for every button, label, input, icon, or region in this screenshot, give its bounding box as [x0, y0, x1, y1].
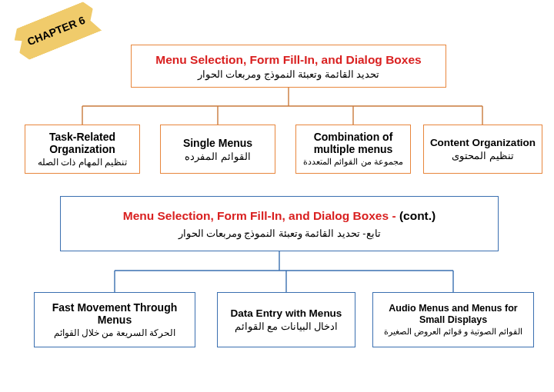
- row1-0-en2: Organization: [49, 143, 115, 155]
- row1-2-ar: مجموعة من القوائم المتعددة: [303, 157, 402, 167]
- top-parent-box: Menu Selection, Form Fill-In, and Dialog…: [131, 45, 446, 88]
- row2-0-ar: الحركة السريعة من خلال القوائم: [54, 327, 175, 338]
- row2-box-audio-menus: Audio Menus and Menus for Small Displays…: [372, 292, 534, 347]
- row2-2-en2: Small Displays: [419, 314, 487, 325]
- top-title-ar: تحديد القائمة وتعبئة النموذج ومربعات الح…: [198, 68, 379, 80]
- row1-1-ar: القوائم المفرده: [185, 151, 250, 162]
- row1-0-en1: Task-Related: [49, 131, 115, 143]
- row2-1-ar: ادخال البيانات مع القوائم: [235, 321, 338, 332]
- mid-title-ar: تابع- تحديد القائمة وتعبئة النموذج ومربع…: [179, 228, 381, 239]
- row1-box-single-menus: Single Menus القوائم المفرده: [160, 125, 275, 174]
- row2-box-fast-movement: Fast Movement Through Menus الحركة السري…: [34, 292, 195, 347]
- row2-0-en1: Fast Movement Through: [52, 301, 178, 314]
- chapter-ribbon: CHAPTER 6: [11, 0, 102, 62]
- mid-title-en: Menu Selection, Form Fill-In, and Dialog…: [123, 209, 399, 222]
- mid-parent-box: Menu Selection, Form Fill-In, and Dialog…: [60, 196, 499, 251]
- row1-2-en2: multiple menus: [314, 144, 393, 155]
- row1-0-ar: تنظيم المهام ذات الصله: [38, 157, 127, 168]
- row1-2-en1: Combination of: [314, 131, 393, 143]
- row2-1-en1: Data Entry with Menus: [231, 307, 342, 319]
- top-title-en: Menu Selection, Form Fill-In, and Dialog…: [155, 53, 421, 67]
- row2-box-data-entry: Data Entry with Menus ادخال البيانات مع …: [217, 292, 355, 347]
- row1-1-en1: Single Menus: [183, 137, 252, 149]
- row1-box-task-related: Task-Related Organization تنظيم المهام ذ…: [25, 125, 140, 174]
- mid-title-line: Menu Selection, Form Fill-In, and Dialog…: [123, 209, 436, 223]
- row2-2-ar: القوائم الصوتية و قوائم العروض الصغيرة: [384, 327, 522, 337]
- chapter-label: CHAPTER 6: [25, 14, 87, 48]
- mid-cont: (cont.): [399, 209, 436, 222]
- row1-3-en1: Content Organization: [430, 137, 536, 148]
- row1-box-content-org: Content Organization تنظيم المحتوى: [423, 125, 542, 174]
- row2-2-en1: Audio Menus and Menus for: [389, 303, 517, 314]
- row1-box-combination: Combination of multiple menus مجموعة من …: [295, 125, 411, 174]
- row2-0-en2: Menus: [98, 314, 132, 326]
- row1-3-ar: تنظيم المحتوى: [452, 150, 513, 161]
